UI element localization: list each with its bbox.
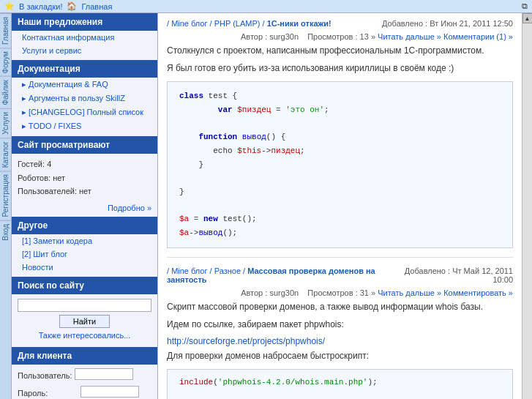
pass-input[interactable]: [80, 386, 139, 398]
post1-summary: Столкнулся с проектом, написанным профес…: [167, 45, 513, 56]
home-icon: 🏠: [67, 1, 77, 11]
client-pass-row: Пароль:: [18, 386, 151, 399]
mine-blog-link[interactable]: Mine блог: [171, 19, 207, 28]
sidebar-item-blog[interactable]: [2] Шит блог: [12, 247, 157, 261]
todo-link[interactable]: ▸ TODO / FIXES: [22, 122, 81, 130]
skillz-link[interactable]: ▸ Аргументы в пользу SkillZ: [22, 94, 125, 102]
post1-code: class test { var $пиздец = 'это он'; fun…: [167, 81, 513, 248]
mine-blog-link-2[interactable]: Mine блог: [171, 266, 207, 275]
also-link[interactable]: Также интересовались...: [39, 331, 131, 340]
raznoe-link[interactable]: Разное: [214, 266, 241, 275]
sidebar-item-notes[interactable]: [1] Заметки кодера: [12, 234, 157, 247]
search-box: Найти Также интересовались...: [12, 294, 157, 344]
changelog-link[interactable]: ▸ [CHANGELOG] Полный список: [22, 108, 143, 116]
sidebar-item-services[interactable]: Услуги и сервис: [12, 44, 157, 57]
top-bar: ⭐ В закладки! 🏠 Главная ⧉: [0, 0, 532, 13]
top-bar-right: ⧉: [522, 1, 528, 11]
detail-link[interactable]: Подробно »: [108, 204, 151, 212]
post-1: / Mine блог / PHP (LAMP) / 1С-ники откаж…: [167, 19, 513, 248]
user-label: Пользователь:: [18, 371, 72, 380]
stats-detail-link[interactable]: Подробно »: [12, 202, 157, 214]
sidebar: Наши предложения Контактная информация У…: [12, 13, 158, 399]
post2-meta-author: Автор : surg30n Просмотров : 31 » Читать…: [241, 288, 513, 297]
sidebar-item-news[interactable]: Новости: [12, 261, 157, 274]
post1-intro: Я был готов его убить из-за использовани…: [167, 61, 513, 75]
star-icon: ⭐: [4, 1, 15, 11]
post1-title: 1С-ники откажи!: [267, 19, 331, 28]
right-scrollbar[interactable]: ▲ ▼: [522, 13, 532, 399]
post-separator: [167, 257, 513, 258]
sidebar-header-client: Для клиента: [12, 347, 157, 365]
scroll-up-button[interactable]: ▲: [522, 13, 533, 23]
faq-link[interactable]: ▸ Документация & FAQ: [22, 80, 108, 89]
tab-home[interactable]: Главная: [0, 13, 11, 48]
post2-summary: Скрипт массовой проверки доменов, а такж…: [167, 302, 513, 312]
search-also: Также интересовались...: [18, 331, 151, 340]
post2-text1: Идем по ссылке, забираем пакет phpwhois:: [167, 318, 513, 332]
tab-labels: Главная Форум Файлик Услуги Каталог Реги…: [0, 13, 12, 399]
breadcrumb-2: / Mine блог / Разное / Массовая проверка…: [167, 266, 394, 284]
tab-register[interactable]: Регистрация: [0, 171, 11, 220]
sidebar-item-todo[interactable]: ▸ TODO / FIXES: [12, 119, 157, 133]
tab-files[interactable]: Файлик: [0, 76, 11, 108]
sidebar-header-search: Поиск по сайту: [12, 277, 157, 294]
bookmarks-link[interactable]: В закладки!: [19, 2, 62, 11]
php-lamp-link[interactable]: PHP (LAMP): [214, 19, 261, 28]
news-link[interactable]: Новости: [22, 263, 53, 272]
main-content: / Mine блог / PHP (LAMP) / 1С-ники откаж…: [158, 13, 522, 399]
tab-catalog[interactable]: Каталог: [0, 138, 11, 171]
stat-users: Пользователей: нет: [18, 184, 151, 198]
client-user-row: Пользователь:: [18, 368, 151, 383]
sidebar-header-docs: Документация: [12, 60, 157, 78]
search-input[interactable]: [18, 299, 151, 312]
post2-meta-date: Добавлено : Чт Май 12, 2011 10:00: [394, 266, 513, 284]
stat-guests: Гостей: 4: [18, 157, 151, 171]
sidebar-header-offers: Наши предложения: [12, 13, 157, 31]
contact-link[interactable]: Контактная информация: [22, 33, 114, 42]
home-link[interactable]: Главная: [81, 2, 112, 11]
sidebar-item-skillz[interactable]: ▸ Аргументы в пользу SkillZ: [12, 92, 157, 105]
post2-text2: Для проверки доменов набросаем быстроскр…: [167, 349, 513, 363]
site-stats: Гостей: 4 Роботов: нет Пользователей: не…: [12, 154, 157, 202]
client-section: Пользователь: Пароль:: [12, 365, 157, 399]
services-link[interactable]: Услуги и сервис: [22, 46, 81, 55]
sidebar-header-visitors: Сайт просматривают: [12, 136, 157, 154]
sidebar-item-contact[interactable]: Контактная информация: [12, 31, 157, 44]
stat-bots: Роботов: нет: [18, 171, 151, 185]
sidebar-header-other: Другое: [12, 217, 157, 234]
tab-forum[interactable]: Форум: [0, 48, 11, 76]
post1-meta-author: Автор : surg30n Просмотров : 13 » Читать…: [241, 32, 513, 41]
breadcrumb-1: / Mine блог / PHP (LAMP) / 1С-ники откаж…: [167, 19, 331, 28]
read-more-1[interactable]: Читать дальше »: [378, 32, 441, 41]
sidebar-item-faq[interactable]: ▸ Документация & FAQ: [12, 78, 157, 92]
scroll-track: [522, 23, 533, 399]
phpwhois-link[interactable]: http://sourceforge.net/projects/phpwhois…: [167, 336, 513, 346]
post1-meta-date: Добавлено : Вт Июн 21, 2011 12:50: [382, 19, 513, 28]
tab-login[interactable]: Вход: [0, 220, 11, 244]
user-input[interactable]: [75, 368, 133, 380]
notes-link[interactable]: [1] Заметки кодера: [22, 236, 92, 245]
read-more-2[interactable]: Читать дальше »: [378, 288, 441, 297]
post2-code: include('phpwhois-4.2.0/whois.main.php')…: [167, 369, 513, 399]
comments-1[interactable]: Комментарии (1) »: [443, 32, 513, 41]
window-icon: ⧉: [522, 1, 528, 10]
search-button[interactable]: Найти: [59, 315, 110, 328]
tab-services[interactable]: Услуги: [0, 108, 11, 138]
sidebar-item-changelog[interactable]: ▸ [CHANGELOG] Полный список: [12, 105, 157, 119]
post-2: / Mine блог / Разное / Массовая проверка…: [167, 266, 513, 399]
blog-link[interactable]: [2] Шит блог: [22, 250, 67, 258]
comments-2[interactable]: Комментировать »: [443, 288, 513, 297]
pass-label: Пароль:: [18, 389, 61, 398]
